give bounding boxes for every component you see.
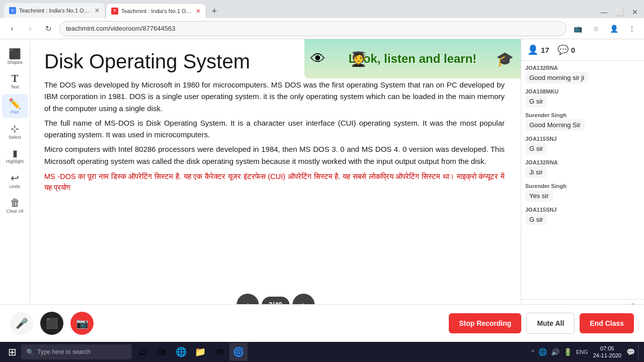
participants-info[interactable]: 👤 17 [527,44,549,55]
camera-button[interactable]: 📷 [70,312,94,335]
slide-header-banner: 👁 🧑‍🎓 🎓 Look, listen and learn! [304,39,521,78]
taskbar-app-edge[interactable]: 🌐 [172,343,190,361]
address-bar[interactable]: teachmint.com/videoroom/877644563 [59,21,567,36]
chat-count: 0 [571,46,575,54]
slide-container: 👁 🧑‍🎓 🎓 Look, listen and learn! Disk Ope… [30,39,521,323]
message-7: JOA115SNJ G sir [525,207,640,225]
network-icon[interactable]: 🌐 [537,347,548,357]
text-label: Text [11,84,19,89]
tool-clear-all[interactable]: 🗑 Clear All [2,194,28,217]
stop-recording-button[interactable]: Stop Recording [449,313,521,333]
reload-button[interactable]: ↻ [41,22,55,36]
taskbar: ⊞ 🔍 Type here to search 🗂 🛍 🌐 📁 ✉ 🌀 ^ 🌐 … [0,342,644,362]
address-bar-row: ‹ › ↻ teachmint.com/videoroom/877644563 … [0,18,644,39]
clear-all-label: Clear All [7,209,24,214]
tool-highlight[interactable]: ▮ Highlight [2,144,28,167]
right-panel-header: 👤 17 💬 0 [521,39,644,61]
pen-label: Pen [11,110,19,115]
media-controls: 🎤 ⬛ 📷 [10,312,94,335]
taskbar-clock: 07:05 24-11-2020 [591,345,623,359]
pen-icon: ✏️ [9,98,21,110]
msg-5-user: JOA132RNA [525,159,640,165]
msg-5-text: Ji sir [525,166,547,178]
lang-indicator[interactable]: ENG [575,348,589,356]
participants-icon: 👤 [527,44,538,55]
highlight-icon: ▮ [13,148,18,159]
taskbar-time: 07:05 [593,345,621,352]
msg-7-text: G sir [525,214,547,225]
tab-2-close[interactable]: ✕ [196,8,201,15]
tool-shapes[interactable]: ⬛ Shapes [2,44,28,68]
mute-all-button[interactable]: Mute All [526,313,575,334]
chat-icon: 💬 [557,44,569,55]
tool-text[interactable]: T Text [2,69,28,93]
message-6: Surender Singh Yes sir [525,183,640,202]
browser-titlebar: T Teachmint : India's No.1 Online... ✕ T… [0,0,644,18]
message-1: JOA132RNA Good morning sir ji [525,65,640,83]
message-4: JOA115SNJ G sir [525,136,640,154]
new-tab-button[interactable]: + [207,4,221,18]
taskbar-app-chrome[interactable]: 🌀 [229,343,248,361]
end-class-button[interactable]: End Class [580,313,634,333]
taskbar-tray: ^ 🌐 🔊 🔋 ENG 07:05 24-11-2020 💬 [530,343,641,361]
msg-4-text: G sir [525,143,547,154]
slide-para-1: The DOS was developed by Microsoft in 19… [44,79,505,114]
chat-info[interactable]: 💬 0 [557,44,575,55]
tool-select[interactable]: ⊹ Select [2,119,28,143]
tool-pen[interactable]: ✏️ Pen [2,94,28,118]
taskbar-app-mail[interactable]: ✉ [210,343,228,361]
taskbar-date: 24-11-2020 [593,352,621,359]
messages-list: JOA132RNA Good morning sir ji JOA108MKU … [521,61,644,299]
show-desktop[interactable] [638,343,641,361]
right-panel: 👤 17 💬 0 JOA132RNA Good morning sir ji J… [521,39,644,323]
tab-2-title: Teachmint : India's No.1 On... [121,8,193,14]
slide-para-2: The full name of MS-DOS is Disk Operatin… [44,117,505,141]
message-5: JOA132RNA Ji sir [525,159,640,178]
tab-1-close[interactable]: ✕ [95,7,100,14]
bookmark-icon[interactable]: ☆ [589,22,603,36]
participants-count: 17 [541,46,549,54]
cast-icon[interactable]: 📺 [571,22,585,36]
tray-chevron[interactable]: ^ [530,347,535,356]
taskbar-app-explorer[interactable]: 🗂 [134,343,152,361]
select-icon: ⊹ [11,123,19,135]
maximize-button[interactable]: ⬜ [613,8,626,16]
tab-1-title: Teachmint : India's No.1 Online... [19,8,92,14]
menu-icon[interactable]: ⋮ [625,22,639,36]
clear-all-icon: 🗑 [10,197,20,209]
msg-4-user: JOA115SNJ [525,136,640,142]
start-button[interactable]: ⊞ [3,343,21,361]
tab-1[interactable]: T Teachmint : India's No.1 Online... ✕ [4,3,105,18]
taskbar-app-store[interactable]: 🛍 [153,343,171,361]
left-toolbar: ⬛ Shapes T Text ✏️ Pen ⊹ Select ▮ Highli… [0,39,30,323]
undo-icon: ↩ [11,172,19,184]
back-button[interactable]: ‹ [5,22,19,36]
msg-7-user: JOA115SNJ [525,207,640,213]
bottom-bar: 🎤 ⬛ 📷 Stop Recording Mute All End Class [0,304,644,342]
shapes-icon: ⬛ [9,48,21,60]
battery-icon[interactable]: 🔋 [562,347,573,357]
account-icon[interactable]: 👤 [607,22,621,36]
tab-2[interactable]: T Teachmint : India's No.1 On... ✕ [106,3,206,18]
close-button[interactable]: ✕ [630,8,640,16]
shapes-label: Shapes [7,60,23,65]
msg-3-user: Surender Singh [525,112,640,118]
taskbar-search[interactable]: 🔍 Type here to search [21,344,132,359]
action-buttons: Stop Recording Mute All End Class [449,313,634,334]
select-label: Select [9,135,21,140]
forward-button[interactable]: › [23,22,37,36]
taskbar-search-text: Type here to search [37,348,91,355]
notification-center-icon[interactable]: 💬 [625,347,636,357]
tool-undo[interactable]: ↩ Undo [2,168,28,193]
highlight-label: Highlight [6,159,24,164]
text-icon: T [12,73,18,84]
taskbar-app-files[interactable]: 📁 [191,343,209,361]
screen-share-button[interactable]: ⬛ [40,312,63,335]
msg-2-user: JOA108MKU [525,88,640,95]
volume-icon[interactable]: 🔊 [550,347,560,357]
microphone-button[interactable]: 🎤 [10,312,33,335]
msg-1-text: Good morning sir ji [525,72,588,83]
look-listen-text: Look, listen and learn! [349,52,477,66]
taskbar-apps: 🗂 🛍 🌐 📁 ✉ 🌀 [134,343,248,361]
minimize-button[interactable]: — [598,8,609,16]
